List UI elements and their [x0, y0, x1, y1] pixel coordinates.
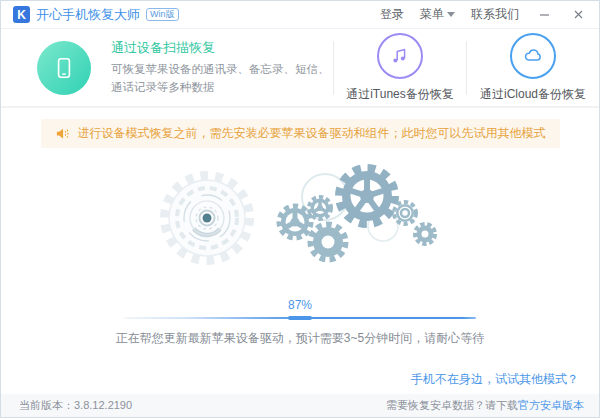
footer-bar: 当前版本：3.8.12.2190 需要恢复安卓数据？请下载官方安卓版本 [1, 394, 599, 417]
close-button[interactable] [569, 6, 587, 24]
minimize-icon [539, 9, 550, 20]
progress-bar [124, 317, 476, 319]
music-note-icon [377, 33, 423, 79]
tab-device-scan[interactable]: 通过设备扫描恢复 可恢复苹果设备的通讯录、备忘录、短信、通话记录等多种数据 [1, 39, 333, 97]
tab-device-desc: 可恢复苹果设备的通讯录、备忘录、短信、通话记录等多种数据 [111, 61, 333, 97]
progress-percent: 87% [1, 298, 599, 312]
tab-itunes-label: 通过iTunes备份恢复 [346, 86, 454, 103]
tab-device-title: 通过设备扫描恢复 [111, 39, 333, 57]
progress-status: 正在帮您更新最新苹果设备驱动，预计需要3~5分钟时间，请耐心等待 [1, 330, 599, 347]
gears-illustration [130, 158, 470, 296]
notice-text: 进行设备模式恢复之前，需先安装必要苹果设备驱动和组件；此时您可以先试用其他模式 [78, 125, 546, 142]
android-download-link[interactable]: 官方安卓版本 [518, 399, 584, 411]
tab-itunes-backup[interactable]: 通过iTunes备份恢复 [334, 33, 466, 103]
chevron-down-icon [447, 12, 455, 17]
tab-icloud-label: 通过iCloud备份恢复 [480, 86, 586, 103]
menu-label: 菜单 [420, 6, 444, 23]
phone-icon [37, 41, 91, 95]
other-mode-link[interactable]: 手机不在身边，试试其他模式？ [411, 371, 579, 388]
megaphone-icon [55, 126, 70, 141]
android-prompt: 需要恢复安卓数据？请下载 [386, 399, 518, 411]
android-download: 需要恢复安卓数据？请下载官方安卓版本 [386, 398, 584, 413]
progress-thumb [288, 316, 312, 320]
menu-dropdown[interactable]: 菜单 [420, 6, 455, 23]
minimize-button[interactable] [535, 6, 553, 24]
version-text: 当前版本：3.8.12.2190 [19, 398, 132, 413]
app-window: K 开心手机恢复大师 Win版 登录 菜单 联系我们 [0, 0, 600, 418]
app-logo-icon: K [13, 6, 30, 23]
login-link[interactable]: 登录 [380, 6, 404, 23]
contact-link[interactable]: 联系我们 [471, 6, 519, 23]
title-bar: K 开心手机恢复大师 Win版 登录 菜单 联系我们 [1, 1, 599, 29]
main-panel: 进行设备模式恢复之前，需先安装必要苹果设备驱动和组件；此时您可以先试用其他模式 [1, 108, 599, 394]
notice-bar: 进行设备模式恢复之前，需先安装必要苹果设备驱动和组件；此时您可以先试用其他模式 [41, 119, 560, 148]
tab-icloud-backup[interactable]: 通过iCloud备份恢复 [467, 33, 599, 103]
win-version-badge: Win版 [146, 8, 179, 21]
app-title: 开心手机恢复大师 [36, 6, 140, 24]
cloud-icon [510, 33, 556, 79]
close-icon [573, 9, 584, 20]
recovery-mode-tabs: 通过设备扫描恢复 可恢复苹果设备的通讯录、备忘录、短信、通话记录等多种数据 通过… [1, 30, 599, 108]
